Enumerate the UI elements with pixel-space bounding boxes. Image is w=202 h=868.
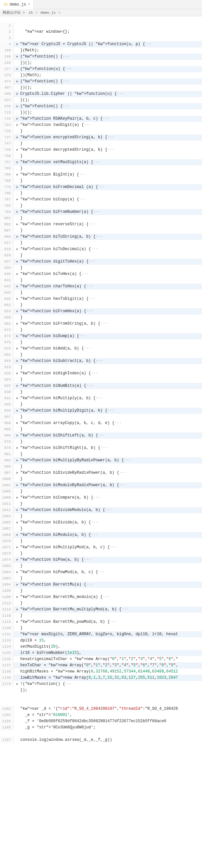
- fold-arrow[interactable]: ►: [16, 445, 20, 451]
- fold-arrow[interactable]: ►: [16, 172, 20, 178]
- line-content: ► "kw">function biDivideByRadixPower(a, …: [14, 470, 202, 476]
- fold-arrow[interactable]: ►: [16, 470, 20, 476]
- line-content: }: [14, 290, 202, 296]
- fold-arrow[interactable]: ►: [16, 557, 20, 563]
- code-line: 724► "kw">function twoDigit(a) {···: [0, 122, 202, 128]
- fold-arrow[interactable]: ►: [16, 495, 20, 501]
- line-number: 637: [0, 97, 14, 103]
- fold-arrow[interactable]: ►: [16, 681, 20, 687]
- line-number: 374: [0, 79, 14, 84]
- fold-arrow[interactable]: ►: [16, 532, 20, 538]
- line-number: 817: [0, 240, 14, 246]
- code-line: 945 }: [0, 401, 202, 408]
- fold-arrow[interactable]: ►: [16, 619, 20, 625]
- fold-arrow[interactable]: ►: [16, 222, 20, 227]
- fold-arrow[interactable]: ►: [16, 259, 20, 265]
- close-icon[interactable]: ×: [28, 3, 30, 6]
- fold-arrow[interactable]: ►: [16, 607, 20, 613]
- code-line: 930 }: [0, 389, 202, 395]
- fold-arrow[interactable]: ►: [16, 184, 20, 190]
- code-line: 931► "kw">function biMultiply(a, b) {···: [0, 395, 202, 401]
- fold-arrow[interactable]: ►: [16, 545, 20, 551]
- line-content: ► "kw">function twoDigit(a) {···: [14, 122, 202, 128]
- line-content: ► "kw">function biFromNumber(a) {···: [14, 209, 202, 215]
- fold-arrow[interactable]: ►: [16, 159, 20, 165]
- fold-arrow[interactable]: ►: [16, 79, 20, 85]
- line-content: ► "kw">function biMultiply(a, b) {···: [14, 395, 202, 401]
- fold-arrow[interactable]: ►: [16, 582, 20, 588]
- fold-arrow[interactable]: ►: [16, 197, 20, 203]
- fold-arrow[interactable]: ►: [16, 371, 20, 377]
- code-line: 638► ("kw">function() {···: [0, 103, 202, 110]
- line-content: }: [14, 352, 202, 358]
- line-number: 1064: [0, 513, 14, 519]
- fold-arrow[interactable]: ►: [16, 346, 20, 352]
- fold-arrow[interactable]: ►: [16, 66, 20, 72]
- line-number: 765: [0, 165, 14, 171]
- code-line: 1138 highBitMasks = "kw">new Array(0,327…: [0, 669, 202, 675]
- code-line: 1105 }: [0, 588, 202, 594]
- breadcrumb-js[interactable]: JS: [28, 11, 33, 15]
- code-line: 875 }: [0, 339, 202, 346]
- fold-arrow[interactable]: ►: [16, 594, 20, 600]
- fold-arrow[interactable]: ►: [16, 458, 20, 464]
- fold-arrow[interactable]: ►: [16, 309, 20, 314]
- fold-arrow[interactable]: ►: [16, 569, 20, 576]
- line-content: setMaxDigits(20),: [14, 644, 202, 650]
- fold-arrow[interactable]: ►: [16, 122, 20, 128]
- fold-arrow[interactable]: ►: [16, 408, 20, 414]
- fold-arrow[interactable]: ►: [16, 421, 20, 426]
- line-content: ► "kw">function BarrettMu(a) {···: [14, 582, 202, 588]
- line-content: }: [14, 613, 202, 619]
- code-line: 1119► "kw">function BarrettMu_powMod(a, …: [0, 619, 202, 625]
- line-content: ► "kw">function BarrettMu_multiplyMod(a,…: [14, 607, 202, 613]
- line-content: ► ("kw">function(u) {···: [14, 66, 202, 72]
- line-content: _e = "str">'010001',: [14, 712, 202, 718]
- fold-arrow[interactable]: ►: [16, 116, 20, 122]
- fold-arrow[interactable]: ►: [16, 41, 20, 48]
- line-number: 853: [0, 308, 14, 314]
- fold-arrow[interactable]: ►: [16, 520, 20, 526]
- fold-arrow[interactable]: ►: [16, 104, 20, 110]
- fold-arrow[interactable]: ►: [16, 321, 20, 327]
- fold-arrow[interactable]: ►: [16, 383, 20, 389]
- fold-arrow[interactable]: ►: [16, 271, 20, 277]
- line-content: }: [14, 625, 202, 631]
- fold-arrow[interactable]: ►: [16, 284, 20, 290]
- breadcrumb-part1[interactable]: 网易云讨论 >: [3, 10, 25, 15]
- code-line: 1000 }: [0, 476, 202, 482]
- fold-arrow[interactable]: ►: [16, 433, 20, 439]
- fold-arrow[interactable]: ►: [16, 296, 20, 302]
- fold-arrow[interactable]: ►: [16, 209, 20, 215]
- code-line: 766► "kw">function BigInt(a) {···: [0, 172, 202, 178]
- line-number: 1136: [0, 656, 14, 662]
- code-line: 842► "kw">function charToHex(a) {···: [0, 283, 202, 290]
- line-number: 757: [0, 159, 14, 165]
- line-content: }: [14, 277, 202, 283]
- fold-arrow[interactable]: ►: [16, 91, 20, 97]
- fold-arrow[interactable]: ►: [16, 334, 20, 339]
- fold-arrow[interactable]: ►: [16, 483, 20, 489]
- line-number: 852: [0, 302, 14, 308]
- fold-arrow[interactable]: ►: [16, 507, 20, 513]
- code-line: 925► "kw">function biNumBits(a) {···: [0, 383, 202, 389]
- line-content: }: [14, 489, 202, 495]
- fold-arrow[interactable]: ►: [16, 54, 20, 60]
- code-line: 190► ("kw">function() {···: [0, 54, 202, 60]
- fold-arrow[interactable]: ►: [16, 234, 20, 240]
- fold-arrow[interactable]: ►: [16, 135, 20, 141]
- code-line: 1012► "kw">function biDivideModulo(a, b)…: [0, 507, 202, 513]
- line-number: 802: [0, 221, 14, 227]
- fold-arrow[interactable]: ►: [16, 247, 20, 252]
- code-line: 716► "kw">function RSAKeyPair(a, b, c) {…: [0, 116, 202, 122]
- line-content: [14, 23, 202, 29]
- fold-arrow[interactable]: ►: [16, 396, 20, 401]
- line-content: })();: [14, 60, 202, 66]
- fold-arrow[interactable]: ►: [16, 147, 20, 153]
- fold-arrow[interactable]: ►: [16, 358, 20, 364]
- line-content: }: [14, 538, 202, 544]
- tab-demo-js[interactable]: JS demo.js ×: [0, 0, 34, 9]
- code-line: 1114► "kw">function BarrettMu_multiplyMo…: [0, 607, 202, 613]
- line-number: 373: [0, 72, 14, 78]
- code-line: 1068► "kw">function biModulo(a, b) {···: [0, 532, 202, 538]
